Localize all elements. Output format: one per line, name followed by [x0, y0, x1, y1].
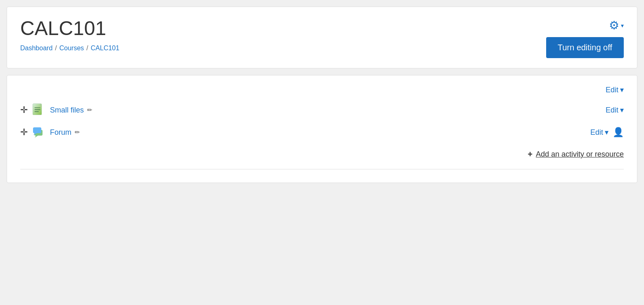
activity-edit-label-forum: Edit: [590, 128, 603, 137]
chevron-down-icon: ▾: [621, 22, 624, 29]
gear-menu-button[interactable]: ⚙ ▾: [609, 19, 624, 32]
gear-icon: ⚙: [609, 19, 619, 32]
breadcrumb-calc101[interactable]: CALC101: [91, 45, 119, 52]
breadcrumb-dashboard[interactable]: Dashboard: [20, 45, 52, 52]
file-icon: [31, 103, 46, 117]
page-title: CALC101: [20, 17, 119, 40]
activity-edit-button-forum[interactable]: Edit ▾: [590, 128, 608, 137]
activity-actions-forum: Edit ▾ 👤: [590, 127, 624, 138]
content-card: Edit ▾ ✛: [7, 75, 637, 183]
add-resource-row: + Add an activity or resource: [20, 150, 624, 159]
turn-editing-off-button[interactable]: Turn editing off: [546, 37, 624, 58]
activity-row-inner-forum: ✛ Forum ✏: [20, 125, 585, 140]
activity-name-text: Small files: [50, 106, 84, 115]
section-divider: [20, 169, 624, 169]
drag-handle-icon[interactable]: ✛: [20, 105, 28, 115]
pencil-forum-icon[interactable]: ✏: [75, 129, 80, 136]
activity-row: ✛: [20, 103, 624, 117]
activity-edit-label: Edit: [606, 106, 618, 115]
svg-rect-8: [33, 127, 41, 133]
section-edit-row: Edit ▾: [20, 85, 624, 94]
breadcrumb: Dashboard / Courses / CALC101: [20, 45, 119, 52]
section-edit-button[interactable]: Edit ▾: [606, 85, 624, 94]
breadcrumb-sep-1: /: [55, 45, 57, 52]
activity-edit-chevron-forum: ▾: [605, 128, 608, 137]
header-left: CALC101 Dashboard / Courses / CALC101: [20, 17, 119, 52]
activity-name-text-forum: Forum: [50, 128, 71, 137]
activity-link-small-files[interactable]: Small files ✏: [50, 106, 92, 115]
activity-row-forum: ✛ Forum ✏ Edit ▾: [20, 125, 624, 140]
section-edit-chevron: ▾: [620, 85, 624, 94]
forum-icon: [31, 125, 46, 140]
activity-edit-chevron: ▾: [620, 106, 624, 115]
breadcrumb-courses[interactable]: Courses: [59, 45, 84, 52]
svg-marker-7: [35, 136, 38, 138]
activity-row-inner: ✛: [20, 103, 600, 117]
drag-handle-forum-icon[interactable]: ✛: [20, 127, 28, 138]
add-activity-link[interactable]: Add an activity or resource: [536, 150, 624, 159]
add-resource-plus-button[interactable]: +: [528, 150, 533, 159]
activity-link-forum[interactable]: Forum ✏: [50, 128, 80, 137]
header-card: CALC101 Dashboard / Courses / CALC101 ⚙ …: [7, 7, 637, 68]
section-edit-label: Edit: [606, 86, 618, 94]
pencil-icon[interactable]: ✏: [87, 106, 92, 114]
activity-actions-small-files: Edit ▾: [606, 106, 624, 115]
breadcrumb-sep-2: /: [86, 45, 88, 52]
activity-edit-button-small-files[interactable]: Edit ▾: [606, 106, 624, 115]
user-icon: 👤: [613, 127, 624, 138]
header-right: ⚙ ▾ Turn editing off: [546, 17, 624, 58]
